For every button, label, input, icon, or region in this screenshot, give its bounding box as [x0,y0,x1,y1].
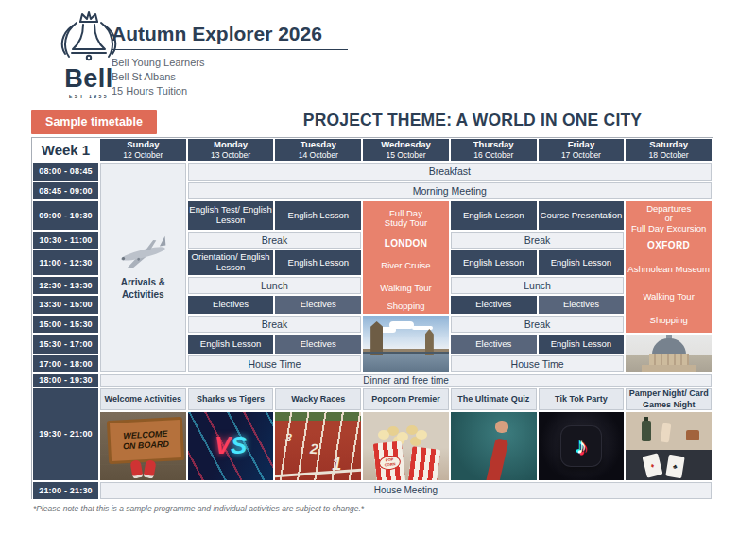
cell-thu-electives-pm: Electives [450,334,538,354]
time-1530: 15:30 - 17:00 [32,334,99,354]
cell-wed-london: LONDON [363,233,449,252]
evening-label-monday: Sharks vs Tigers [187,388,275,411]
welcome-mat-photo: WELCOME ON BOARD [99,411,187,481]
evening-label-wednesday: Popcorn Premier [362,388,450,411]
cell-dinner: Dinner and free time [99,373,713,388]
cell-break2-thu-fri: Break [450,315,625,334]
pamper-night-photo: ♦ ♣ [625,411,713,481]
project-theme-heading: PROJECT THEME: A WORLD IN ONE CITY [217,111,728,130]
time-1930: 19:30 - 21:00 [32,388,99,481]
cell-tue-electives: Electives [274,295,362,315]
sneaker-shape [144,459,157,479]
cell-fri-english-lesson-pm: English Lesson [538,334,626,354]
cell-mon-english-test: English Test/ English Lesson [187,200,275,231]
running-track-photo: 3 2 1 [274,411,362,481]
cell-mon-english-lesson-pm: English Lesson [187,334,275,354]
cell-thu-electives: Electives [450,295,538,315]
cell-thu-english-lesson-2: English Lesson [450,250,538,276]
spa-bottle-shape [642,421,651,441]
bridge-shape [363,352,449,354]
welcome-mat-shape: WELCOME ON BOARD [107,417,185,464]
spa-jar-shape [686,430,699,440]
cell-tue-english-lesson: English Lesson [274,200,362,231]
cloud-shape [389,321,414,329]
cell-thu-english-lesson: English Lesson [450,200,538,231]
track-line-shape [274,468,362,477]
cell-break2-mon-tue: Break [187,315,362,334]
day-header-saturday: Saturday18 October [625,138,713,162]
time-1100: 11:00 - 12:30 [32,250,99,276]
popcorn-photo: POP CORN [362,411,450,481]
building-base-shape [642,365,696,373]
day-header-wednesday: Wednesday15 October [362,138,450,162]
cell-morning-meeting: Morning Meeting [187,181,713,200]
cell-fri-course-presentation: Course Presentation [538,200,626,231]
playing-card-shape: ♦ [643,453,663,477]
day-header-friday: Friday17 October [538,138,626,162]
arrivals-label: Arrivals & Activities [121,276,165,301]
cell-house-time-mon-tue: House Time [187,354,362,373]
cell-break-mon-tue: Break [187,231,362,250]
cell-breakfast: Breakfast [187,162,713,181]
subtitle-line: Bell St Albans [112,70,204,84]
time-1500: 15:00 - 15:30 [32,315,99,334]
cell-fri-electives: Electives [538,295,626,315]
timetable-grid: Week 1 Sunday12 October Monday13 October… [31,137,713,499]
cell-lunch-thu-fri: Lunch [450,276,625,295]
popcorn-kernels-shape [378,430,389,440]
cell-mon-orientation: Orientation/ English Lesson [187,250,275,276]
airplane-icon [112,234,174,270]
cell-tue-electives-pm: Electives [274,334,362,354]
cell-sat-departures: Departures or Full Day Excursion OXFORD … [625,200,713,334]
evening-label-saturday: Pamper Night/ Card Games Night [625,388,713,411]
time-1030: 10:30 - 11:00 [32,231,99,250]
time-1330: 13:30 - 15:00 [32,295,99,315]
footnote: *Please note that this is a sample progr… [33,504,364,513]
week-label: Week 1 [32,138,99,162]
sample-timetable-badge: Sample timetable [31,110,157,134]
evening-label-tuesday: Wacky Races [274,388,362,411]
day-header-sunday: Sunday12 October [99,138,187,162]
cell-tue-english-lesson-2: English Lesson [274,250,362,276]
time-2100: 21:00 - 21:30 [32,481,99,500]
tiktok-photo: ♪ [538,411,626,481]
day-header-tuesday: Tuesday14 October [274,138,362,162]
time-1800: 18:00 - 19:30 [32,373,99,388]
evening-label-thursday: The Ultimate Quiz [450,388,538,411]
day-header-monday: Monday13 October [187,138,275,162]
evening-label-sunday: Welcome Activities [99,388,187,411]
spa-tube-shape [661,423,672,442]
cell-wed-study-tour: Full Day Study Tour LONDON River Cruise … [362,200,450,315]
radcliffe-dome-shape [652,338,686,354]
vs-neon-text: VS [188,431,274,460]
subtitle-line: Bell Young Learners [112,56,204,70]
cell-fri-english-lesson: English Lesson [538,250,626,276]
cell-lunch-mon-tue: Lunch [187,276,362,295]
cell-mon-electives: Electives [187,295,275,315]
time-0800: 08:00 - 08:45 [32,162,99,181]
evening-label-friday: Tik Tok Party [538,388,626,411]
day-header-thursday: Thursday16 October [450,138,538,162]
raised-hand-photo [450,411,538,481]
cell-sat-oxford: OXFORD [626,234,712,255]
fist-shape [495,421,508,433]
music-note-icon: ♪ [576,435,587,457]
oxford-photo [625,334,713,373]
programme-subtitle: Bell Young Learners Bell St Albans 15 Ho… [112,56,204,98]
cell-house-meeting: House Meeting [99,481,713,500]
london-photo [362,315,450,373]
arm-shape [485,438,508,481]
cell-sunday-arrivals: Arrivals & Activities [99,162,187,373]
cell-house-time-thu-fri: House Time [450,354,625,373]
popcorn-box-shape [408,446,440,481]
westminster-tower-shape [370,321,383,355]
cell-break-thu-fri: Break [450,231,625,250]
subtitle-line: 15 Hours Tuition [112,84,204,98]
popcorn-box-shape: POP CORN [373,441,405,481]
time-0900: 09:00 - 10:30 [32,200,99,231]
playing-card-shape: ♣ [665,455,684,478]
neon-vs-photo: VS [187,411,275,481]
time-0845: 08:45 - 09:00 [32,181,99,200]
title-rule [112,49,348,50]
time-1700: 17:00 - 18:00 [32,354,99,373]
